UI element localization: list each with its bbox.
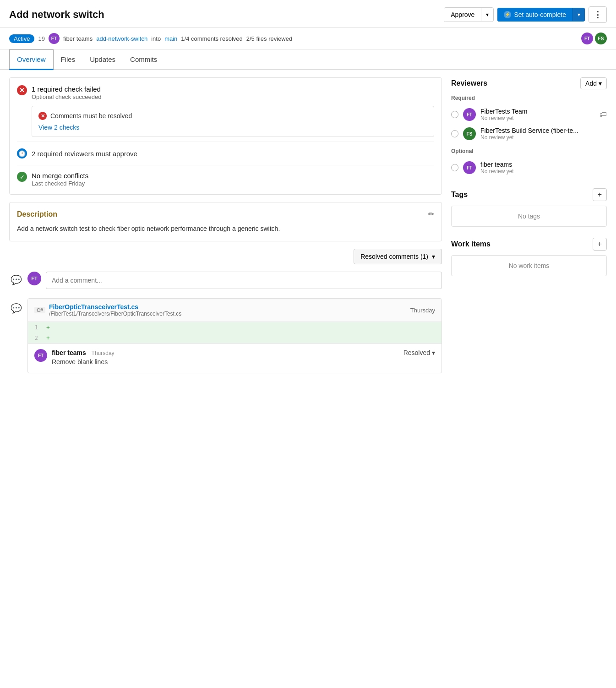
autocomplete-icon: ⚡ bbox=[504, 11, 511, 18]
reviewer-sub-1: No review yet bbox=[480, 115, 595, 121]
file-comment-gutter: 💬 bbox=[9, 298, 23, 314]
comment-input-row: 💬 FT bbox=[9, 272, 442, 289]
description-card: Description ✏ Add a network switch test … bbox=[9, 202, 442, 241]
pr-title: Add network switch bbox=[9, 9, 104, 21]
tags-section: Tags + No tags bbox=[451, 188, 607, 227]
tags-empty: No tags bbox=[451, 206, 607, 227]
line-content-2: + bbox=[43, 333, 442, 343]
desc-header: Description ✏ bbox=[17, 210, 434, 218]
avatar-ft-right: FT bbox=[581, 33, 593, 44]
line-content-1: + bbox=[43, 322, 442, 333]
target-branch-link[interactable]: main bbox=[164, 35, 177, 42]
work-items-title: Work items bbox=[451, 240, 491, 248]
tab-overview[interactable]: Overview bbox=[9, 49, 54, 70]
main-check-text: 1 required check failed Optional check s… bbox=[32, 85, 101, 100]
resolved-chevron: ▾ bbox=[432, 349, 435, 356]
code-block: 1 + 2 + bbox=[28, 322, 442, 343]
active-badge: Active bbox=[9, 34, 34, 43]
reviewer-info-opt: fiber teams No review yet bbox=[480, 161, 607, 175]
reviewer-radio-2 bbox=[451, 130, 458, 137]
content-area: ✕ 1 required check failed Optional check… bbox=[0, 70, 616, 381]
main-check-title: 1 required check failed bbox=[32, 85, 101, 93]
main-check-row: ✕ 1 required check failed Optional check… bbox=[17, 85, 434, 100]
add-reviewers-button[interactable]: Add ▾ bbox=[580, 77, 607, 89]
inner-check-label: Comments must be resolved bbox=[50, 112, 132, 120]
add-label: Add bbox=[585, 80, 597, 87]
tags-section-header: Tags + bbox=[451, 188, 607, 201]
reviewers-section-header: Reviewers Add ▾ bbox=[451, 77, 607, 89]
comment-gutter-icon: 💬 bbox=[9, 272, 23, 285]
desc-title: Description bbox=[17, 210, 57, 218]
merge-check-text: No merge conflicts Last checked Friday bbox=[32, 172, 88, 187]
inner-check-box: ✕ Comments must be resolved View 2 check… bbox=[32, 106, 434, 137]
approve-dropdown-arrow[interactable]: ▾ bbox=[481, 8, 493, 21]
tab-files[interactable]: Files bbox=[54, 50, 83, 70]
pr-meta-bar: Active 19 FT fiber teams add-network-swi… bbox=[0, 28, 616, 49]
file-name[interactable]: FiberOpticTransceiverTest.cs bbox=[49, 303, 181, 311]
file-comment-block-outer: 💬 C# FiberOpticTransceiverTest.cs /Fiber… bbox=[9, 298, 442, 373]
add-tags-button[interactable]: + bbox=[593, 188, 607, 201]
commenter-date: Thursday bbox=[92, 350, 114, 356]
comment-input[interactable] bbox=[46, 272, 442, 289]
add-work-items-button[interactable]: + bbox=[593, 238, 607, 251]
reviewer-radio-1 bbox=[451, 111, 458, 118]
commenter-row: FT fiber teams Thursday Resolved ▾ bbox=[34, 349, 435, 366]
line-num-1: 1 bbox=[28, 324, 43, 331]
reviewer-avatar-2: FS bbox=[463, 127, 476, 140]
reviewer-row-2: FS FiberTests Build Service (fiber-te...… bbox=[451, 124, 607, 143]
reviewers-check-label: 2 required reviewers must approve bbox=[32, 150, 137, 158]
ft-avatar-small: FT bbox=[49, 33, 60, 44]
approve-button-group[interactable]: Approve ▾ bbox=[444, 7, 494, 22]
source-branch-link[interactable]: add-network-switch bbox=[96, 35, 147, 42]
x-icon-red-small: ✕ bbox=[38, 112, 47, 120]
tags-title: Tags bbox=[451, 191, 468, 199]
file-date: Thursday bbox=[410, 307, 435, 314]
check-green-icon: ✓ bbox=[17, 172, 27, 182]
work-items-section: Work items + No work items bbox=[451, 238, 607, 276]
resolved-button[interactable]: Resolved ▾ bbox=[403, 349, 435, 356]
reviewers-title: Reviewers bbox=[451, 79, 487, 87]
reviewer-avatar-opt: FT bbox=[463, 161, 476, 174]
optional-label: Optional bbox=[451, 148, 607, 154]
resolved-comments-button[interactable]: Resolved comments (1) ▾ bbox=[354, 249, 442, 264]
more-options-button[interactable]: ⋮ bbox=[589, 6, 607, 23]
code-line-1: 1 + bbox=[28, 322, 442, 333]
resolved-comments-chevron: ▾ bbox=[432, 253, 435, 260]
approve-button[interactable]: Approve bbox=[444, 8, 481, 22]
reviewer-info-2: FiberTests Build Service (fiber-te... No… bbox=[480, 127, 607, 141]
file-lang: C# bbox=[34, 307, 45, 313]
resolved-comments-label: Resolved comments (1) bbox=[360, 253, 428, 260]
view-checks-link[interactable]: View 2 checks bbox=[38, 124, 427, 131]
work-items-empty: No work items bbox=[451, 255, 607, 276]
merge-check-sub: Last checked Friday bbox=[32, 180, 88, 187]
meta-avatars-right: FT FS bbox=[581, 33, 607, 44]
comment-avatar: FT bbox=[27, 272, 41, 285]
autocomplete-button[interactable]: ⚡ Set auto-complete bbox=[497, 8, 572, 22]
reviewer-name-2: FiberTests Build Service (fiber-te... bbox=[480, 127, 607, 134]
sidebar: Reviewers Add ▾ Required FT FiberTests T… bbox=[451, 77, 607, 287]
add-chevron-icon: ▾ bbox=[599, 80, 602, 87]
x-icon-red: ✕ bbox=[17, 85, 27, 95]
autocomplete-button-group[interactable]: ⚡ Set auto-complete ▾ bbox=[497, 8, 585, 22]
reviewer-sub-opt: No review yet bbox=[480, 168, 607, 175]
reviewer-1-icon: 🏷 bbox=[600, 110, 607, 119]
tab-updates[interactable]: Updates bbox=[82, 50, 123, 70]
reviewer-row-1: FT FiberTests Team No review yet 🏷 bbox=[451, 105, 607, 124]
main-column: ✕ 1 required check failed Optional check… bbox=[9, 77, 442, 373]
file-path: /FiberTest1/Transceivers/FiberOpticTrans… bbox=[49, 311, 181, 317]
file-comment-block: C# FiberOpticTransceiverTest.cs /FiberTe… bbox=[27, 298, 442, 373]
meta-into: into bbox=[151, 35, 161, 42]
autocomplete-dropdown-arrow[interactable]: ▾ bbox=[572, 8, 585, 21]
reviewers-check-row: 🕐 2 required reviewers must approve bbox=[17, 142, 434, 158]
comment-thread: FT fiber teams Thursday Resolved ▾ bbox=[28, 343, 442, 373]
reviewer-avatar-1: FT bbox=[463, 108, 476, 121]
tab-commits[interactable]: Commits bbox=[123, 50, 164, 70]
edit-description-button[interactable]: ✏ bbox=[428, 210, 434, 218]
header-bar: Add network switch Approve ▾ ⚡ Set auto-… bbox=[0, 0, 616, 28]
tabs-bar: Overview Files Updates Commits bbox=[0, 49, 616, 70]
inner-check-row: ✕ Comments must be resolved bbox=[38, 112, 427, 120]
comment-body: Remove blank lines bbox=[52, 358, 435, 366]
commenter-name: fiber teams bbox=[52, 349, 86, 356]
desc-text: Add a network switch test to check fiber… bbox=[17, 224, 434, 234]
reviewers-section: Reviewers Add ▾ Required FT FiberTests T… bbox=[451, 77, 607, 177]
